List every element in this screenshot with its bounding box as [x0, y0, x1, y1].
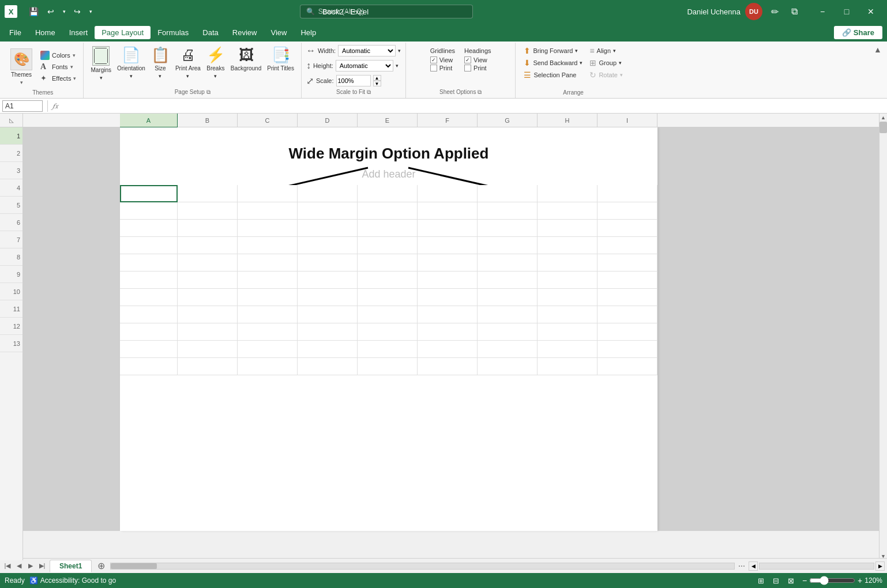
rotate-button[interactable]: ↻ Rotate ▾ [587, 69, 625, 81]
share-button[interactable]: 🔗 Share [834, 26, 882, 39]
margins-button[interactable]: Margins ▾ [88, 45, 114, 82]
align-button[interactable]: ≡ Align ▾ [587, 45, 625, 56]
page-setup-expand[interactable]: ⧉ [206, 89, 211, 95]
cell-D1[interactable] [298, 185, 358, 202]
page-next-button[interactable]: ▶ [875, 561, 885, 571]
cell-H2[interactable] [538, 202, 597, 220]
horizontal-scroll-thumb[interactable] [111, 563, 157, 569]
fonts-dropdown[interactable]: ▾ [70, 64, 73, 70]
bring-forward-button[interactable]: ⬆ Bring Forward ▾ [521, 45, 585, 56]
horizontal-scrollbar[interactable] [110, 563, 735, 570]
scroll-thumb[interactable] [880, 122, 887, 133]
ribbon-collapse-button[interactable]: ▲ [872, 44, 884, 55]
col-header-F[interactable]: F [418, 114, 478, 127]
zoom-in-button[interactable]: + [858, 576, 862, 585]
cell-A2[interactable] [120, 202, 178, 220]
menu-home[interactable]: Home [28, 26, 62, 39]
fonts-button[interactable]: A Fonts ▾ [38, 62, 78, 72]
menu-page-layout[interactable]: Page Layout [95, 26, 151, 39]
row-number-10[interactable]: 10 [0, 283, 22, 300]
row-number-12[interactable]: 12 [0, 318, 22, 335]
gridlines-print-checkbox[interactable] [430, 65, 437, 71]
menu-insert[interactable]: Insert [62, 26, 95, 39]
group-arrow[interactable]: ▾ [619, 60, 622, 66]
row-number-3[interactable]: 3 [0, 162, 22, 179]
tab-last-button[interactable]: ▶| [37, 561, 47, 571]
size-button[interactable]: 📋 Size ▾ [149, 45, 172, 80]
group-button[interactable]: ⊞ Group ▾ [587, 57, 625, 69]
size-arrow[interactable]: ▾ [159, 73, 161, 79]
page-break-view-button[interactable]: ⊠ [785, 574, 798, 587]
send-backward-arrow[interactable]: ▾ [580, 60, 582, 66]
rotate-arrow[interactable]: ▾ [620, 72, 623, 78]
col-header-B[interactable]: B [178, 114, 238, 127]
cell-G1[interactable] [478, 185, 538, 202]
sheet-tab-sheet1[interactable]: Sheet1 [50, 560, 92, 572]
print-area-arrow[interactable]: ▾ [186, 73, 189, 79]
row-number-7[interactable]: 7 [0, 231, 22, 248]
tab-next-button[interactable]: ▶ [25, 561, 36, 571]
restore-icon[interactable]: ⧉ [787, 4, 802, 19]
height-arrow[interactable]: ▾ [396, 63, 399, 69]
customize-quick-access[interactable]: ▾ [87, 3, 95, 20]
cell-B1[interactable] [178, 185, 238, 202]
colors-button[interactable]: Colors ▾ [38, 50, 78, 61]
sheet-options-expand[interactable]: ⧉ [478, 89, 482, 95]
row-number-9[interactable]: 9 [0, 266, 22, 283]
effects-button[interactable]: ✦ Effects ▾ [38, 73, 78, 83]
menu-review[interactable]: Review [225, 26, 264, 39]
col-header-H[interactable]: H [538, 114, 597, 127]
menu-view[interactable]: View [264, 26, 294, 39]
cell-E2[interactable] [358, 202, 418, 220]
sheet-options-menu[interactable]: ⋯ [737, 562, 746, 570]
vertical-scrollbar[interactable]: ▲ ▼ [879, 114, 887, 560]
themes-button[interactable]: 🎨 Themes ▾ [7, 47, 36, 86]
maximize-button[interactable]: □ [835, 3, 858, 20]
selection-pane-button[interactable]: ☰ Selection Pane [521, 69, 585, 81]
themes-dropdown-arrow[interactable]: ▾ [20, 80, 23, 85]
cell-F1[interactable] [418, 185, 478, 202]
bring-forward-arrow[interactable]: ▾ [575, 48, 578, 54]
breaks-arrow[interactable]: ▾ [214, 73, 217, 79]
row-number-4[interactable]: 4 [0, 179, 22, 197]
cell-A3[interactable] [120, 220, 178, 237]
headings-view-checkbox[interactable] [464, 56, 471, 63]
page-scroll-bar[interactable] [759, 563, 874, 570]
col-header-C[interactable]: C [238, 114, 298, 127]
name-box[interactable]: A1 [2, 100, 43, 112]
align-arrow[interactable]: ▾ [613, 48, 616, 54]
page-prev-button[interactable]: ◀ [749, 561, 758, 571]
row-number-11[interactable]: 11 [0, 300, 22, 318]
tab-first-button[interactable]: |◀ [2, 561, 13, 571]
cell-C1[interactable] [238, 185, 298, 202]
headings-print-checkbox[interactable] [464, 65, 471, 71]
col-header-I[interactable]: I [597, 114, 657, 127]
normal-view-button[interactable]: ⊞ [755, 574, 768, 587]
cell-A1[interactable] [120, 185, 178, 202]
row-number-2[interactable]: 2 [0, 145, 22, 162]
scroll-up-button[interactable]: ▲ [880, 114, 887, 122]
send-backward-button[interactable]: ⬇ Send Backward ▾ [521, 57, 585, 69]
cell-G2[interactable] [478, 202, 538, 220]
row-number-1[interactable]: 1 [0, 127, 22, 145]
col-header-G[interactable]: G [478, 114, 538, 127]
height-select[interactable]: Automatic 1 page 2 pages [336, 60, 393, 71]
add-header-text[interactable]: Add header [120, 168, 657, 185]
select-all-button[interactable]: ◺ [0, 114, 23, 127]
colors-dropdown[interactable]: ▾ [73, 52, 76, 58]
scale-input[interactable] [336, 75, 371, 86]
cell-C2[interactable] [238, 202, 298, 220]
col-header-A[interactable]: A [120, 114, 178, 127]
orientation-button[interactable]: 📄 Orientation ▾ [115, 45, 148, 80]
formula-input[interactable] [61, 102, 885, 110]
row-number-8[interactable]: 8 [0, 248, 22, 266]
close-button[interactable]: ✕ [859, 3, 882, 20]
undo-dropdown[interactable]: ▾ [60, 3, 68, 20]
col-header-D[interactable]: D [298, 114, 358, 127]
cell-H1[interactable] [538, 185, 597, 202]
width-arrow[interactable]: ▾ [398, 48, 401, 54]
menu-file[interactable]: File [2, 26, 28, 39]
cell-I1[interactable] [597, 185, 657, 202]
row-number-13[interactable]: 13 [0, 335, 22, 352]
pen-icon[interactable]: ✏ [767, 4, 782, 19]
